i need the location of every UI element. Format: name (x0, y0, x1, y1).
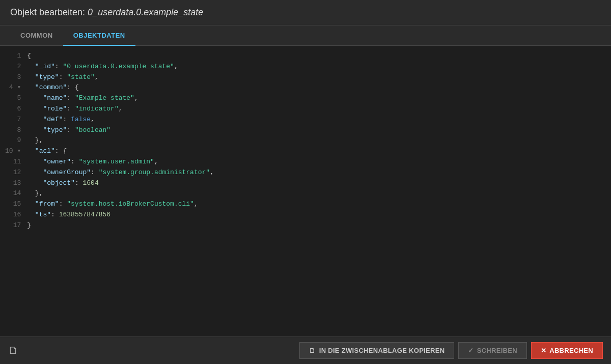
footer-right: 🗋 IN DIE ZWISCHENABLAGE KOPIEREN ✓ SCHRE… (299, 342, 603, 359)
title-id: 0_userdata.0.example_state (88, 7, 203, 17)
dialog: Objekt bearbeiten: 0_userdata.0.example_… (0, 0, 611, 364)
code-line: "def": false, (27, 115, 606, 125)
code-line: "name": "Example state", (27, 93, 606, 104)
title-static: Objekt bearbeiten: (10, 7, 85, 17)
copy-icon: 🗋 (309, 347, 316, 354)
file-icon[interactable]: 🗋 (8, 345, 18, 356)
dialog-title: Objekt bearbeiten: 0_userdata.0.example_… (0, 0, 611, 25)
code-line: "role": "indicator", (27, 104, 606, 115)
code-content: { "_id": "0_userdata.0.example_state", "… (25, 46, 611, 337)
code-line: "type": "state", (27, 72, 606, 83)
write-button[interactable]: ✓ SCHREIBEN (458, 342, 527, 359)
code-line: { (27, 51, 606, 62)
code-container: 1234 ▾5678910 ▾11121314151617 { "_id": "… (0, 46, 611, 337)
tab-objektdaten[interactable]: OBJEKTDATEN (63, 25, 135, 45)
copy-button[interactable]: 🗋 IN DIE ZWISCHENABLAGE KOPIEREN (299, 342, 454, 359)
code-line: "_id": "0_userdata.0.example_state", (27, 62, 606, 72)
code-line: "ownerGroup": "system.group.administrato… (27, 167, 606, 178)
code-line: "type": "boolean" (27, 125, 606, 136)
code-line: }, (27, 188, 606, 199)
code-line: } (27, 220, 606, 231)
code-line: }, (27, 135, 606, 146)
code-line: "from": "system.host.ioBrokerCustom.cli"… (27, 199, 606, 210)
footer: 🗋 🗋 IN DIE ZWISCHENABLAGE KOPIEREN ✓ SCH… (0, 337, 611, 364)
code-editor[interactable]: 1234 ▾5678910 ▾11121314151617 { "_id": "… (0, 46, 611, 337)
tab-bar: COMMON OBJEKTDATEN (0, 25, 611, 46)
code-line: "object": 1604 (27, 178, 606, 189)
code-line: "owner": "system.user.admin", (27, 157, 606, 167)
cancel-icon: ✕ (541, 347, 546, 354)
line-numbers: 1234 ▾5678910 ▾11121314151617 (0, 46, 25, 337)
cancel-label: ABBRECHEN (549, 347, 593, 354)
cancel-button[interactable]: ✕ ABBRECHEN (531, 342, 603, 359)
footer-left: 🗋 (8, 345, 18, 356)
tab-common[interactable]: COMMON (10, 25, 63, 45)
code-line: "ts": 1638557847856 (27, 210, 606, 220)
code-line: "common": { (27, 82, 606, 93)
write-icon: ✓ (468, 347, 474, 354)
copy-label: IN DIE ZWISCHENABLAGE KOPIEREN (319, 347, 445, 354)
write-label: SCHREIBEN (477, 347, 517, 354)
code-line: "acl": { (27, 146, 606, 157)
